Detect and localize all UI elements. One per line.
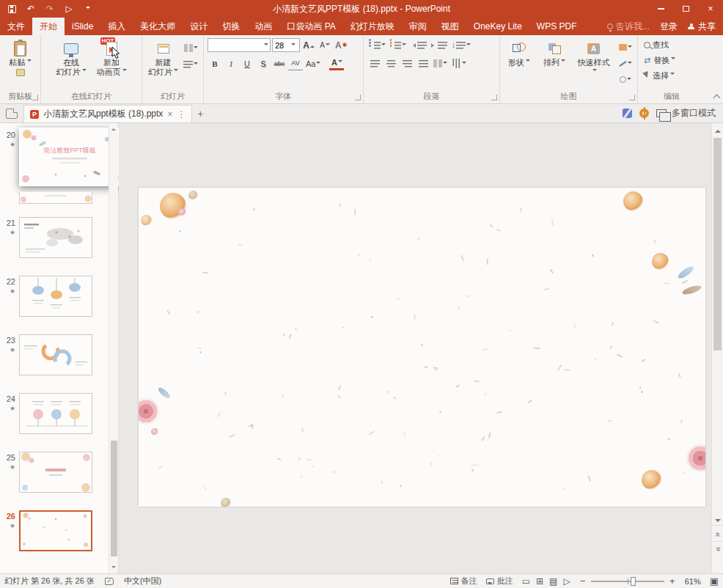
tab-islide[interactable]: iSlide xyxy=(65,18,100,35)
zoom-out-button[interactable]: − xyxy=(579,576,587,587)
character-spacing-button[interactable]: AV xyxy=(288,56,303,70)
slide-20-preview[interactable]: 简洁雅致PPT模板 xyxy=(19,128,120,186)
maximize-button[interactable] xyxy=(673,0,698,18)
tab-transitions[interactable]: 切换 xyxy=(215,18,247,35)
slide-thumbnail-20[interactable]: 20 ★ 简洁雅致PPT模板 xyxy=(0,129,120,186)
arrange-button[interactable]: 排列 xyxy=(539,38,570,69)
slide-thumbnail-23[interactable]: 23 ★ xyxy=(0,334,92,375)
slide-thumbnail-21[interactable]: 21 ★ xyxy=(0,217,92,258)
new-tab-button[interactable]: + xyxy=(192,108,208,122)
drawing-dialog-launcher[interactable] xyxy=(629,95,635,100)
font-name-input[interactable] xyxy=(210,41,264,50)
scroll-up-arrow-icon[interactable] xyxy=(111,126,116,131)
tab-view[interactable]: 视图 xyxy=(434,18,466,35)
bold-button[interactable]: B xyxy=(208,56,222,70)
save-button[interactable] xyxy=(6,3,18,15)
format-painter-icon[interactable] xyxy=(16,69,25,76)
tab-meihuadashi[interactable]: 美化大师 xyxy=(133,18,183,35)
sign-in-button[interactable]: 登录 xyxy=(660,21,678,33)
align-right-button[interactable] xyxy=(400,56,414,70)
font-size-input[interactable] xyxy=(275,41,291,50)
zoom-slider[interactable] xyxy=(591,581,664,582)
slide-thumbnail-26-selected[interactable]: 26 ★ xyxy=(0,510,92,551)
tab-design[interactable]: 设计 xyxy=(183,18,215,35)
align-center-button[interactable] xyxy=(383,56,398,70)
customize-qat-button[interactable] xyxy=(82,3,94,15)
close-button[interactable]: × xyxy=(698,0,723,18)
shape-effects-button[interactable] xyxy=(617,73,634,87)
redo-button[interactable]: ↷ xyxy=(44,3,56,15)
bullets-button[interactable] xyxy=(367,38,387,52)
numbering-button[interactable] xyxy=(389,38,408,52)
select-button[interactable]: 选择 xyxy=(642,69,702,83)
share-button[interactable]: 共享 xyxy=(688,21,716,33)
document-list-icon[interactable] xyxy=(6,109,18,119)
text-direction-button[interactable] xyxy=(450,56,468,70)
next-slide-button[interactable]: « xyxy=(712,541,723,557)
slide-thumbnail-25[interactable]: 25 ★ xyxy=(0,452,92,493)
normal-view-button[interactable]: ▭ xyxy=(522,576,530,587)
font-name-combo[interactable] xyxy=(208,38,271,52)
paste-button[interactable]: 粘贴 xyxy=(5,38,36,78)
slideshow-view-button[interactable]: ▷ xyxy=(563,576,570,587)
previous-slide-button[interactable]: « xyxy=(712,525,723,541)
tab-review[interactable]: 审阅 xyxy=(402,18,434,35)
tab-insert[interactable]: 插入 xyxy=(100,18,133,35)
scroll-up-arrow-icon[interactable] xyxy=(715,127,721,133)
online-slide-button[interactable]: 在线 幻灯片 xyxy=(54,38,89,78)
reset-slide-button[interactable] xyxy=(182,57,199,71)
slide-editing-area[interactable] xyxy=(119,123,711,573)
font-size-combo[interactable] xyxy=(272,38,300,52)
reading-view-button[interactable]: ▤ xyxy=(549,576,557,587)
find-button[interactable]: 查找 xyxy=(642,38,702,52)
zoom-in-button[interactable]: + xyxy=(669,576,676,587)
font-dialog-launcher[interactable] xyxy=(355,95,361,100)
font-color-button[interactable]: A xyxy=(329,56,344,70)
undo-button[interactable]: ↶ xyxy=(25,3,37,15)
thumbnail-scrollbar[interactable] xyxy=(109,123,118,573)
document-tab[interactable]: P 小清新文艺风ppt模板 (18).pptx × ⋮ xyxy=(23,105,192,122)
tab-slideshow[interactable]: 幻灯片放映 xyxy=(343,18,402,35)
multi-window-mode-button[interactable]: 多窗口模式 xyxy=(656,107,716,120)
zoom-slider-knob[interactable] xyxy=(631,577,636,586)
skin-icon[interactable] xyxy=(623,109,632,118)
shape-fill-button[interactable] xyxy=(617,40,634,54)
zoom-percentage[interactable]: 61% xyxy=(685,577,701,586)
columns-button[interactable] xyxy=(432,56,449,70)
increase-indent-button[interactable] xyxy=(430,38,449,52)
tab-wpspdf[interactable]: WPS PDF xyxy=(529,18,584,35)
occluded-thumbnail[interactable] xyxy=(19,192,92,204)
tab-file[interactable]: 文件 xyxy=(0,18,32,35)
notes-toggle[interactable]: 备注 xyxy=(450,576,477,587)
decrease-indent-button[interactable] xyxy=(409,38,428,52)
slide-layout-button[interactable] xyxy=(182,41,199,55)
shapes-button[interactable]: 形状 xyxy=(504,38,535,69)
scroll-down-arrow-icon[interactable] xyxy=(715,519,721,525)
change-case-button[interactable]: Aa xyxy=(304,56,322,70)
scrollbar-thumb[interactable] xyxy=(713,138,722,350)
tab-onekey[interactable]: OneKey Lite xyxy=(466,18,529,35)
minimize-button[interactable] xyxy=(648,0,673,18)
shape-outline-button[interactable] xyxy=(617,56,634,70)
clear-formatting-button[interactable]: A✱ xyxy=(334,38,348,52)
text-shadow-button[interactable]: S xyxy=(256,56,271,70)
tab-animations[interactable]: 动画 xyxy=(247,18,279,35)
settings-gear-icon[interactable] xyxy=(639,109,649,118)
spell-check-icon[interactable]: ✓ xyxy=(105,578,114,585)
new-slide-button[interactable]: 新建 幻灯片 xyxy=(146,38,180,78)
line-spacing-button[interactable]: ↕ xyxy=(450,38,472,52)
close-tab-button[interactable]: × xyxy=(167,109,172,120)
collapse-ribbon-button[interactable] xyxy=(713,95,721,102)
start-slideshow-button[interactable]: ▷ xyxy=(63,3,75,15)
slide-thumbnail-24[interactable]: 24 ★ xyxy=(0,393,92,434)
quick-styles-button[interactable]: A 快速样式 xyxy=(574,38,613,78)
strikethrough-button[interactable]: abc xyxy=(272,56,287,70)
comments-toggle[interactable]: 批注 xyxy=(486,576,513,587)
tab-pocket-animation[interactable]: 口袋动画 PA xyxy=(279,18,342,35)
scrollbar-thumb[interactable] xyxy=(111,441,117,556)
justify-button[interactable] xyxy=(416,56,430,70)
slide-canvas[interactable] xyxy=(139,188,705,507)
clipboard-dialog-launcher[interactable] xyxy=(32,95,38,100)
slide-sorter-view-button[interactable]: ⊞ xyxy=(536,576,543,587)
tab-home[interactable]: 开始 xyxy=(32,18,65,35)
